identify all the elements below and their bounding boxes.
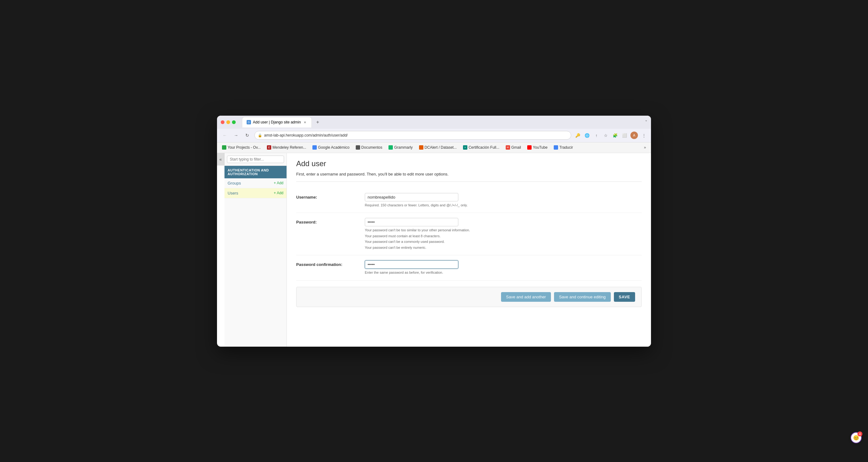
bookmark-projects-label: Your Projects - Ov... [227, 145, 261, 150]
username-input[interactable] [365, 193, 458, 202]
close-window-button[interactable] [221, 120, 224, 124]
bookmark-google-academico[interactable]: Google Académico [310, 144, 352, 151]
security-lock-icon: 🔒 [258, 133, 262, 137]
sidebar-groups-add[interactable]: + Add [274, 181, 283, 185]
tab-bar: D Add user | Django site admin ✕ + [242, 117, 643, 127]
sidebar-filter-input[interactable] [227, 156, 284, 163]
extensions-icon[interactable]: 🧩 [612, 132, 619, 139]
sidebar-toggle-icon[interactable]: ⬜ [621, 132, 628, 139]
collapse-icon: « [219, 157, 222, 162]
save-add-another-button[interactable]: Save and add another [501, 292, 551, 302]
action-bar: Save and add another Save and continue e… [296, 287, 642, 307]
sidebar: AUTHENTICATION AND AUTHORIZATION Groups … [224, 153, 287, 347]
browser-window: D Add user | Django site admin ✕ + ˅ ← →… [217, 116, 651, 347]
active-tab[interactable]: D Add user | Django site admin ✕ [242, 117, 312, 127]
password-input[interactable] [365, 218, 458, 226]
sidebar-collapse-button[interactable]: « [217, 153, 224, 165]
floating-widget[interactable]: 😊 4 [850, 432, 862, 443]
password-label: Password: [296, 218, 365, 224]
sidebar-users-label: Users [227, 191, 238, 195]
bookmark-gmail-label: Gmail [511, 145, 521, 150]
bookmarks-bar: Your Projects - Ov... E Mendeley Referen… [217, 143, 651, 153]
bookmark-certificacion-label: Certificación Full... [469, 145, 499, 150]
new-tab-button[interactable]: + [314, 118, 322, 126]
sidebar-item-users[interactable]: Users + Add [224, 188, 286, 198]
key-icon[interactable]: 🔑 [574, 132, 581, 139]
page-content: Add user First, enter a username and pas… [287, 153, 651, 347]
save-continue-editing-button[interactable]: Save and continue editing [554, 292, 611, 302]
bookmark-dcalert-icon [419, 145, 424, 150]
password-confirm-input[interactable] [365, 260, 458, 269]
tab-close-button[interactable]: ✕ [303, 120, 307, 124]
translate-icon[interactable]: 🌐 [584, 132, 590, 139]
url-text: amst-lab-api.herokuapp.com/admin/auth/us… [264, 133, 568, 137]
username-row: Username: Required. 150 characters or fe… [296, 188, 642, 213]
password-help-line-1: Your password can't be too similar to yo… [365, 227, 642, 233]
password-help-line-3: Your password can't be a commonly used p… [365, 239, 642, 244]
bookmark-documentos-icon [356, 145, 360, 150]
password-help-line-4: Your password can't be entirely numeric. [365, 245, 642, 250]
bookmark-traducir-icon [554, 145, 558, 150]
bookmark-mendeley-icon: E [267, 145, 271, 150]
bookmark-grammarly-icon [389, 145, 393, 150]
bookmark-youtube-icon [527, 145, 532, 150]
username-help: Required. 150 characters or fewer. Lette… [365, 203, 642, 208]
address-actions: 🔑 🌐 ↑ ☆ 🧩 ⬜ A ⋮ [574, 131, 647, 139]
title-bar: D Add user | Django site admin ✕ + ˅ [217, 116, 651, 129]
profile-avatar[interactable]: A [630, 131, 638, 139]
back-button[interactable]: ← [221, 131, 229, 140]
sidebar-item-groups[interactable]: Groups + Add [224, 178, 286, 188]
bookmark-projects-icon [222, 145, 226, 150]
password-confirm-label: Password confirmation: [296, 260, 365, 267]
bookmark-gmail[interactable]: M Gmail [503, 144, 524, 151]
password-field: Your password can't be too similar to yo… [365, 218, 642, 250]
sidebar-section-title: AUTHENTICATION AND AUTHORIZATION [224, 166, 286, 178]
bookmark-documentos-label: Documentos [361, 145, 382, 150]
refresh-button[interactable]: ↻ [243, 131, 251, 140]
bookmark-certificacion[interactable]: + Certificación Full... [461, 144, 502, 151]
tab-favicon-icon: D [247, 120, 251, 124]
tab-title: Add user | Django site admin [253, 120, 301, 124]
url-bar[interactable]: 🔒 amst-lab-api.herokuapp.com/admin/auth/… [254, 131, 571, 140]
bookmark-projects[interactable]: Your Projects - Ov... [219, 144, 263, 151]
save-button[interactable]: SAVE [614, 292, 635, 302]
bookmark-grammarly-label: Grammarly [394, 145, 412, 150]
bookmark-dcalert[interactable]: DCAlert / Dataset... [416, 144, 459, 151]
bookmark-mendeley-label: Mendeley Referen... [273, 145, 306, 150]
bookmark-star-icon[interactable]: ☆ [602, 132, 609, 139]
bookmark-traducir-label: Traducir [559, 145, 573, 150]
bookmark-gmail-icon: M [506, 145, 510, 150]
username-label: Username: [296, 193, 365, 199]
username-field: Required. 150 characters or fewer. Lette… [365, 193, 642, 208]
password-help-line-2: Your password must contain at least 8 ch… [365, 234, 642, 239]
bookmark-mendeley[interactable]: E Mendeley Referen... [265, 144, 309, 151]
forward-button[interactable]: → [232, 131, 240, 140]
password-help: Your password can't be too similar to yo… [365, 227, 642, 250]
window-controls[interactable]: ˅ [645, 120, 647, 125]
bookmark-certificacion-icon: + [463, 145, 467, 150]
more-menu-icon[interactable]: ⋮ [641, 132, 647, 139]
bookmark-documentos[interactable]: Documentos [353, 144, 385, 151]
bookmark-youtube[interactable]: YouTube [525, 144, 550, 151]
floating-badge: 4 [858, 431, 862, 436]
page-subtitle: First, enter a username and password. Th… [296, 172, 642, 182]
password-row: Password: Your password can't be too sim… [296, 213, 642, 255]
maximize-window-button[interactable] [232, 120, 236, 124]
bookmark-google-academico-label: Google Académico [318, 145, 349, 150]
sidebar-users-add[interactable]: + Add [274, 191, 283, 195]
bookmark-google-academico-icon [312, 145, 317, 150]
share-icon[interactable]: ↑ [593, 132, 600, 139]
password-confirm-help: Enter the same password as before, for v… [365, 270, 642, 275]
password-confirm-row: Password confirmation: Enter the same pa… [296, 255, 642, 281]
page-title: Add user [296, 159, 642, 168]
traffic-lights [221, 120, 236, 124]
bookmark-grammarly[interactable]: Grammarly [386, 144, 415, 151]
address-bar: ← → ↻ 🔒 amst-lab-api.herokuapp.com/admin… [217, 129, 651, 143]
bookmark-traducir[interactable]: Traducir [551, 144, 576, 151]
more-bookmarks-button[interactable]: » [641, 144, 649, 151]
add-user-form: Username: Required. 150 characters or fe… [296, 188, 642, 281]
main-content: « AUTHENTICATION AND AUTHORIZATION Group… [217, 153, 651, 347]
minimize-window-button[interactable] [226, 120, 230, 124]
bookmark-youtube-label: YouTube [533, 145, 548, 150]
sidebar-groups-label: Groups [227, 181, 241, 185]
